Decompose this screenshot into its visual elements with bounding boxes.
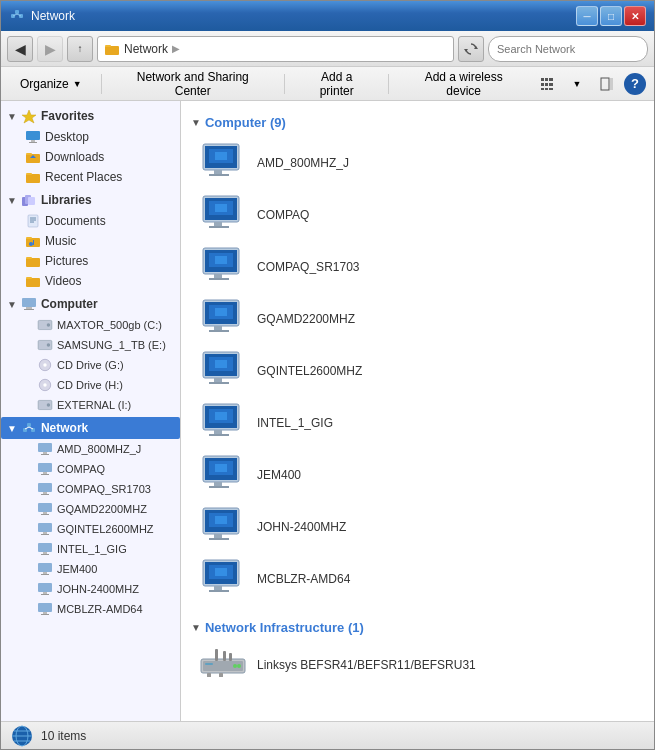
sidebar-item-compaq-sr[interactable]: COMPAQ_SR1703 [1,479,180,499]
svg-rect-90 [41,614,49,615]
view-button[interactable] [534,71,560,97]
libraries-header[interactable]: ▼ Libraries [1,189,180,211]
svg-rect-74 [43,512,47,514]
content-item-gqintel[interactable]: GQINTEL2600MHZ [191,346,644,396]
add-printer-button[interactable]: Add a printer [293,71,381,97]
status-item-count: 10 items [41,729,86,743]
help-button[interactable]: ? [624,73,646,95]
breadcrumb-text: Network [124,42,168,56]
sidebar-item-gqintel[interactable]: GQINTEL2600MHZ [1,519,180,539]
svg-rect-25 [29,142,37,143]
content-item-jem400[interactable]: JEM400 [191,450,644,500]
samsung-label: SAMSUNG_1_TB (E:) [57,339,166,351]
documents-icon [25,213,41,229]
network-header[interactable]: ▼ Network [1,417,180,439]
maximize-button[interactable]: □ [600,6,622,26]
svg-rect-47 [26,307,32,309]
close-button[interactable]: ✕ [624,6,646,26]
compaq-sr-sidebar-label: COMPAQ_SR1703 [57,483,151,495]
svg-rect-13 [549,78,553,81]
sidebar-item-pictures[interactable]: Pictures [1,251,180,271]
sidebar-item-music[interactable]: Music [1,231,180,251]
svg-point-50 [47,323,50,326]
content-item-mcblzr[interactable]: MCBLZR-AMD64 [191,554,644,604]
favorites-header[interactable]: ▼ Favorites [1,105,180,127]
svg-rect-71 [43,492,47,494]
sidebar-item-john[interactable]: JOHN-2400MHZ [1,579,180,599]
add-wireless-button[interactable]: Add a wireless device [397,71,530,97]
sidebar-item-jem400[interactable]: JEM400 [1,559,180,579]
svg-rect-67 [38,463,52,472]
svg-rect-18 [545,88,548,90]
content-item-john[interactable]: JOHN-2400MHZ [191,502,644,552]
sidebar-item-intel1[interactable]: INTEL_1_GIG [1,539,180,559]
svg-rect-2 [15,10,19,14]
forward-button[interactable]: ▶ [37,36,63,62]
svg-point-40 [29,242,33,246]
organize-button[interactable]: Organize ▼ [9,71,93,97]
view-dropdown-button[interactable]: ▼ [564,71,590,97]
svg-rect-21 [610,78,613,90]
content-item-label-jem400: JEM400 [257,468,301,482]
svg-rect-80 [43,552,47,554]
svg-rect-120 [215,360,227,368]
minimize-button[interactable]: ─ [576,6,598,26]
computer-section-title: Computer (9) [205,115,286,130]
intel1-sidebar-label: INTEL_1_GIG [57,543,127,555]
up-button[interactable]: ↑ [67,36,93,62]
sidebar-item-samsung[interactable]: SAMSUNG_1_TB (E:) [1,335,180,355]
svg-rect-96 [215,152,227,160]
john-sidebar-label: JOHN-2400MHZ [57,583,139,595]
svg-rect-15 [545,83,548,86]
preview-pane-button[interactable] [594,71,620,97]
sidebar-item-amd800[interactable]: AMD_800MHZ_J [1,439,180,459]
search-input[interactable] [497,43,635,55]
content-item-intel1[interactable]: INTEL_1_GIG [191,398,644,448]
svg-rect-12 [545,78,548,81]
network-arrow: ▼ [7,423,17,434]
back-button[interactable]: ◀ [7,36,33,62]
external-label: EXTERNAL (I:) [57,399,131,411]
svg-rect-151 [223,651,226,661]
net-computer-icon-8 [37,581,53,597]
infrastructure-section-triangle: ▼ [191,622,201,633]
content-item-linksys[interactable]: Linksys BEFSR41/BEFSR11/BEFSRU31 [191,643,644,687]
computer-icon-wrap-gqamd [199,298,247,340]
sidebar-item-desktop[interactable]: Desktop [1,127,180,147]
svg-rect-14 [541,83,544,86]
svg-rect-66 [41,454,49,455]
gqintel-sidebar-label: GQINTEL2600MHZ [57,523,154,535]
search-bar[interactable] [488,36,648,62]
sidebar-item-recent[interactable]: Recent Places [1,167,180,187]
svg-rect-84 [41,574,49,575]
sidebar-item-gqamd[interactable]: GQAMD2200MHZ [1,499,180,519]
content-item-amd800[interactable]: AMD_800MHZ_J [191,138,644,188]
svg-rect-72 [41,494,49,495]
sidebar-item-maxtor[interactable]: MAXTOR_500gb (C:) [1,315,180,335]
content-item-compaq-sr[interactable]: COMPAQ_SR1703 [191,242,644,292]
sidebar-item-external[interactable]: EXTERNAL (I:) [1,395,180,415]
sidebar-item-downloads[interactable]: Downloads [1,147,180,167]
svg-rect-130 [214,482,222,486]
maxtor-label: MAXTOR_500gb (C:) [57,319,162,331]
sidebar-item-mcblzr[interactable]: MCBLZR-AMD64 [1,599,180,619]
cd2-label: CD Drive (H:) [57,379,123,391]
content-item-compaq[interactable]: COMPAQ [191,190,644,240]
network-sharing-button[interactable]: Network and Sharing Center [110,71,276,97]
sidebar-item-documents[interactable]: Documents [1,211,180,231]
svg-point-54 [43,363,46,366]
preview-icon [600,77,614,91]
sidebar-item-cd2[interactable]: CD Drive (H:) [1,375,180,395]
downloads-label: Downloads [45,150,104,164]
toolbar-right: ▼ ? [534,71,646,97]
refresh-button[interactable] [458,36,484,62]
sidebar-item-videos[interactable]: Videos [1,271,180,291]
content-item-gqamd[interactable]: GQAMD2200MHZ [191,294,644,344]
svg-rect-41 [33,240,34,245]
sidebar-item-cd1[interactable]: CD Drive (G:) [1,355,180,375]
svg-point-148 [233,664,237,668]
svg-rect-45 [26,277,32,279]
svg-rect-101 [209,226,229,228]
computer-header[interactable]: ▼ Computer [1,293,180,315]
sidebar-item-compaq[interactable]: COMPAQ [1,459,180,479]
